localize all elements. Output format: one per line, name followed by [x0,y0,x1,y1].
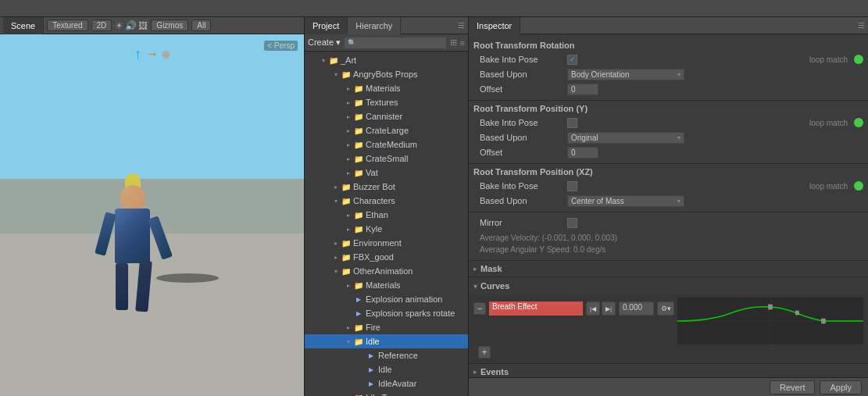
panel-options[interactable]: ☰ [455,21,468,30]
scene-toolbar: Scene Textured 2D ☀ 🔊 🖼 Gizmos All [0,17,304,34]
tree-item-explosion-sparks[interactable]: Explosion sparks rotate [305,306,468,320]
mask-header[interactable]: ▸ Mask [469,261,868,276]
scene-view-2d[interactable]: 2D [91,20,113,31]
tree-arrow-cratelarge [344,126,353,135]
tree-item-kyle[interactable]: Kyle [305,222,468,236]
gizmos-button[interactable]: Gizmos [151,20,188,31]
velocity-info: Average Velocity: (-0.001, 0.000, 0.003)… [473,230,863,257]
tree-item-idle-anim[interactable]: Idle [305,362,468,376]
curves-title: Curves [480,281,509,291]
tab-inspector[interactable]: Inspector [469,17,520,34]
position-y-based-upon-text: Original [571,134,598,142]
tree-item-idleavatar[interactable]: IdleAvatar [305,376,468,391]
rotation-offset-field[interactable]: 0 [567,84,598,95]
tree-arrow-art [319,55,328,65]
position-y-offset-value: 0 [567,147,863,159]
folder-icon-cratesmall [353,153,364,164]
position-xz-bake-label: Bake Into Pose [473,181,567,191]
velocity-text1: Average Velocity: (-0.001, 0.000, 0.003) [477,232,860,244]
curve-settings-button[interactable]: ⚙▾ [657,301,674,316]
position-xz-based-upon-row: Based Upon Center of Mass ▾ [473,194,863,208]
tree-item-idle[interactable]: Idle [305,334,468,348]
position-xz-dropdown-arrow: ▾ [677,198,680,205]
folder-icon-idleturn [353,392,364,396]
curve-playback-controls: |◀ ▶| [586,301,616,316]
tree-item-art[interactable]: _Art [305,53,468,67]
tree-label-angrybots: AngryBots Props [353,70,418,79]
tree-item-angrybots[interactable]: AngryBots Props [305,67,468,81]
tree-item-reference1[interactable]: Reference [305,348,468,362]
folder-icon-otheranimation [341,266,352,276]
tree-item-fire[interactable]: Fire [305,320,468,334]
tree-item-cratesmall[interactable]: CrateSmall [305,152,468,166]
mask-title: Mask [480,264,502,273]
scene-mode-textured[interactable]: Textured [47,20,88,31]
tree-item-explosion-anim[interactable]: Explosion animation [305,292,468,306]
position-xz-bake-row: Bake Into Pose loop match [473,179,863,193]
add-curve-button[interactable]: + [478,346,491,359]
rotation-offset-value: 0 [567,84,863,95]
rotation-bake-checkbox[interactable] [567,55,577,65]
tree-item-idleturn[interactable]: Idle Turn [305,391,468,396]
position-y-dropdown-arrow: ▾ [677,134,680,141]
folder-icon-characters [341,195,352,206]
revert-button[interactable]: Revert [770,380,815,394]
tree-item-environment[interactable]: Environment [305,236,468,250]
position-y-offset-field[interactable]: 0 [567,147,598,159]
tree-label-idle-anim: Idle [378,365,392,374]
mirror-checkbox[interactable] [567,218,577,228]
tree-item-ethan[interactable]: Ethan [305,208,468,222]
search-filter-icon[interactable]: ⊞ [450,37,457,48]
inspector-options[interactable]: ☰ [855,21,868,30]
tree-item-buzzerbot[interactable]: Buzzer Bot [305,180,468,194]
speaker-icon: 🔊 [125,20,137,31]
rotation-bake-value: loop match [567,55,863,65]
curves-header[interactable]: ▾ Curves [469,277,868,294]
project-toolbar: Create ▾ 🔍 ⊞ ≡ [305,34,468,52]
curve-next-button[interactable]: ▶| [602,301,616,316]
position-y-based-upon-dropdown[interactable]: Original ▾ [567,132,684,144]
tree-arrow-explosion-sparks [344,309,353,318]
curve-graph[interactable] [677,298,863,344]
rotation-loop-match-dot [854,55,863,64]
tree-arrow-textures [344,98,353,107]
curve-prev-button[interactable]: |◀ [586,301,600,316]
rotation-bake-label: Bake Into Pose [473,55,567,64]
folder-icon-kyle [353,223,364,234]
curve-name-field[interactable]: Breath Effect [489,301,583,316]
tree-item-characters[interactable]: Characters [305,194,468,208]
tree-label-idleturn: Idle Turn [366,393,399,396]
rotation-based-upon-dropdown[interactable]: Body Orientation ▾ [567,69,684,80]
position-y-bake-checkbox[interactable] [567,118,577,128]
events-header[interactable]: ▸ Events [469,364,868,377]
tree-item-textures[interactable]: Textures [305,95,468,109]
tree-item-cratemedium[interactable]: CrateMedium [305,137,468,152]
position-xz-based-upon-dropdown[interactable]: Center of Mass ▾ [567,195,684,207]
tree-item-materials1[interactable]: Materials [305,81,468,95]
tab-hierarchy[interactable]: Hierarchy [348,17,401,34]
curve-minus-button[interactable]: − [473,302,486,315]
tree-item-fbxgood[interactable]: FBX_good [305,250,468,264]
position-y-loop-match-label: loop match [809,119,848,127]
tree-item-materials2[interactable]: Materials [305,278,468,292]
tree-item-cannister[interactable]: Cannister [305,109,468,123]
position-xz-bake-checkbox[interactable] [567,181,577,191]
tree-item-vat[interactable]: Vat [305,166,468,180]
position-xz-based-upon-text: Center of Mass [571,197,624,205]
tab-scene[interactable]: Scene [3,17,44,34]
create-button[interactable]: Create ▾ [308,37,341,48]
view-toggle-icon[interactable]: ≡ [460,38,465,48]
position-y-bake-label: Bake Into Pose [473,118,567,127]
tree-label-cratemedium: CrateMedium [366,140,417,149]
tree-item-cratelarge[interactable]: CrateLarge [305,123,468,137]
search-input[interactable] [356,38,443,47]
tree-item-otheranimation[interactable]: OtherAnimation [305,264,468,278]
tree-label-fire: Fire [366,323,380,332]
scene-viewport[interactable]: ↑ → < Persp [0,34,304,396]
apply-button[interactable]: Apply [820,380,862,394]
filter-all[interactable]: All [191,20,211,31]
tab-project[interactable]: Project [305,17,348,34]
curve-value-field[interactable]: 0.000 [619,301,654,316]
tree-arrow-cratemedium [344,140,353,149]
sun-icon: ☀ [115,20,123,31]
